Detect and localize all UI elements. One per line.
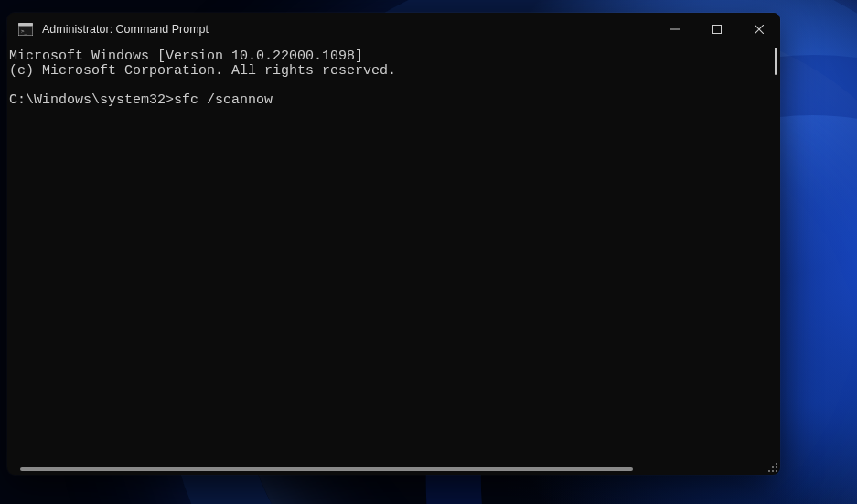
horizontal-scrollbar[interactable] <box>7 464 780 475</box>
svg-point-8 <box>772 470 774 472</box>
terminal-output[interactable]: Microsoft Windows [Version 10.0.22000.10… <box>7 46 780 475</box>
horizontal-scrollbar-thumb[interactable] <box>20 467 633 471</box>
vertical-scrollbar-thumb[interactable] <box>775 48 777 75</box>
titlebar[interactable]: >_ Administrator: Command Prompt <box>7 13 780 46</box>
titlebar-left: >_ Administrator: Command Prompt <box>7 23 654 36</box>
resize-grip[interactable] <box>767 462 778 473</box>
window-controls <box>654 13 780 46</box>
minimize-icon <box>670 25 680 34</box>
svg-rect-3 <box>713 26 722 34</box>
resize-grip-icon <box>767 462 778 473</box>
output-line-version: Microsoft Windows [Version 10.0.22000.10… <box>9 48 363 64</box>
maximize-icon <box>712 25 722 34</box>
cmd-icon: >_ <box>18 23 33 36</box>
window-title: Administrator: Command Prompt <box>42 23 209 36</box>
svg-point-7 <box>768 470 770 472</box>
close-button[interactable] <box>738 13 780 46</box>
horizontal-scrollbar-track[interactable] <box>20 467 767 471</box>
typed-command: sfc /scannow <box>174 92 273 108</box>
svg-point-9 <box>776 470 777 472</box>
svg-point-6 <box>776 466 777 468</box>
output-line-copyright: (c) Microsoft Corporation. All rights re… <box>9 63 396 79</box>
svg-text:>_: >_ <box>21 27 28 35</box>
terminal-body[interactable]: Microsoft Windows [Version 10.0.22000.10… <box>7 46 780 475</box>
command-prompt-window: >_ Administrator: Command Prompt Microso… <box>7 13 780 475</box>
svg-point-4 <box>776 463 777 465</box>
minimize-button[interactable] <box>654 13 696 46</box>
svg-rect-1 <box>18 23 33 27</box>
prompt-path: C:\Windows\system32> <box>9 92 174 108</box>
close-icon <box>755 25 764 34</box>
svg-point-5 <box>772 466 774 468</box>
maximize-button[interactable] <box>696 13 738 46</box>
